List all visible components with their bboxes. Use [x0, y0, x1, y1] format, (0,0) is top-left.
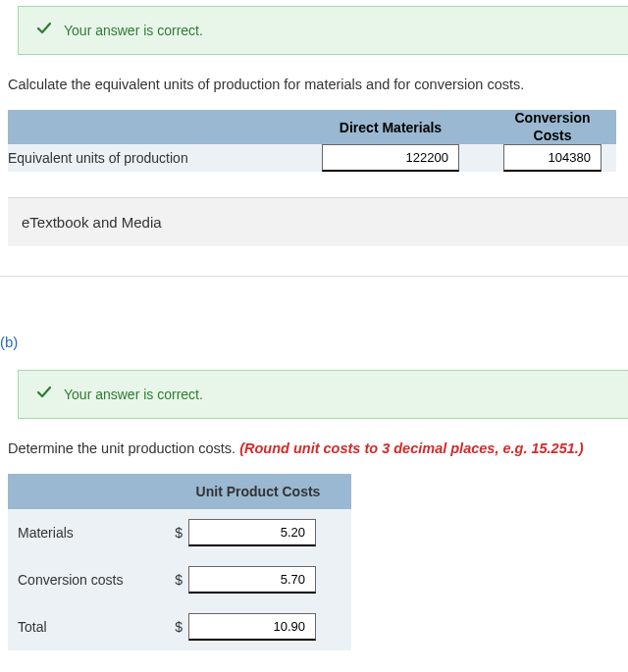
rounding-note: (Round unit costs to 3 decimal places, e… — [239, 440, 584, 456]
table-row: Materials $ 5.20 — [8, 509, 351, 556]
table-row: Equivalent units of production 122200 10… — [8, 144, 616, 172]
correct-message: Your answer is correct. — [64, 387, 203, 402]
t2-header: Unit Product Costs — [165, 474, 351, 509]
unit-product-costs-table: Unit Product Costs Materials $ 5.20 Conv… — [8, 474, 351, 650]
row-label: Equivalent units of production — [8, 144, 292, 172]
row-label-total: Total — [8, 603, 165, 650]
instruction-2-text: Determine the unit production costs. — [8, 440, 239, 456]
divider — [0, 276, 628, 277]
input-materials-cost[interactable]: 5.20 — [188, 519, 316, 546]
table-row: Total $ 10.90 — [8, 603, 351, 650]
correct-message: Your answer is correct. — [64, 23, 203, 38]
cell-conversion-costs: 104380 — [489, 144, 616, 172]
cell-direct-materials: 122200 — [292, 144, 489, 172]
cell-materials: 5.20 — [188, 509, 351, 556]
cell-conversion: 5.70 — [188, 556, 351, 603]
correct-banner-2: Your answer is correct. — [18, 370, 628, 419]
th-conversion-costs: ConversionCosts — [489, 110, 616, 144]
row-label-materials: Materials — [8, 509, 165, 556]
correct-banner-1: Your answer is correct. — [18, 6, 628, 55]
cell-total: 10.90 — [188, 603, 351, 650]
instruction-2: Determine the unit production costs. (Ro… — [8, 440, 628, 456]
currency-symbol: $ — [165, 603, 188, 650]
input-total-cost[interactable]: 10.90 — [188, 613, 316, 641]
currency-symbol: $ — [165, 509, 188, 556]
row-label-conversion: Conversion costs — [8, 556, 165, 603]
th-direct-materials: Direct Materials — [292, 110, 489, 144]
input-conversion-costs[interactable]: 104380 — [503, 144, 602, 172]
equivalent-units-table: Direct Materials ConversionCosts Equival… — [8, 110, 616, 172]
th-blank — [8, 110, 292, 144]
currency-symbol: $ — [165, 556, 188, 603]
input-direct-materials[interactable]: 122200 — [322, 144, 459, 172]
etextbook-media-link[interactable]: eTextbook and Media — [8, 197, 628, 246]
t2-th-blank — [8, 474, 165, 509]
check-icon — [36, 21, 52, 40]
instruction-1: Calculate the equivalent units of produc… — [8, 77, 628, 92]
check-icon — [36, 385, 52, 404]
input-conversion-cost[interactable]: 5.70 — [188, 566, 316, 594]
table-row: Conversion costs $ 5.70 — [8, 556, 351, 603]
part-b-label: (b) — [0, 334, 628, 350]
